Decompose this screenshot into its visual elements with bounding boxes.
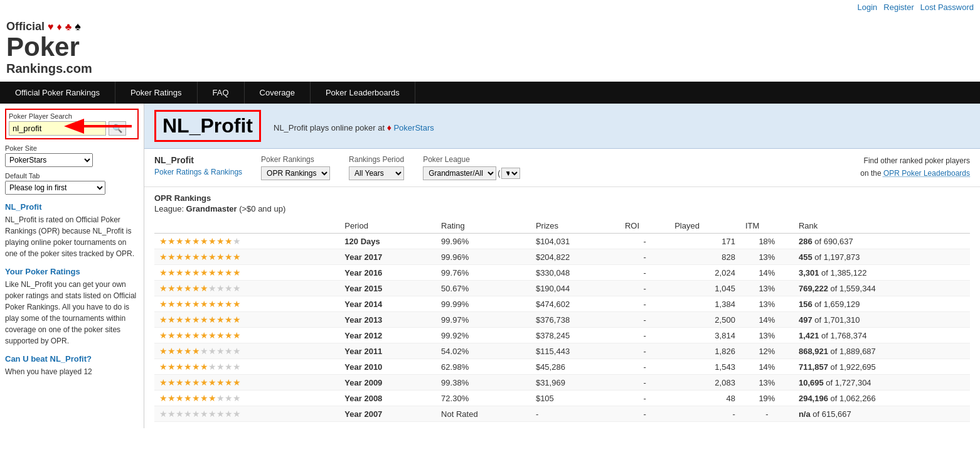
played-cell: 48	[669, 391, 740, 406]
poker-league-row: Grandmaster/All ( ▼	[423, 166, 520, 180]
main-layout: Poker Player Search 🔍 Poker Site PokerSt…	[0, 104, 980, 428]
played-cell: 1,384	[669, 296, 740, 312]
roi-cell: -	[620, 281, 669, 296]
col-header-5: Played	[669, 219, 740, 234]
period-cell: Year 2010	[339, 359, 436, 375]
pokerstars-link[interactable]: PokerStars	[393, 123, 434, 132]
logo-rankings: Rankings.com	[6, 60, 92, 77]
prizes-cell: $115,443	[531, 343, 620, 359]
poker-site-select[interactable]: PokerStars	[5, 153, 93, 167]
table-row: ★★★★★★★★★★Year 201299.92%$378,245-3,8141…	[154, 328, 970, 343]
rating-cell: 50.67%	[436, 281, 531, 296]
player-section-title: NL_Profit	[5, 202, 139, 212]
rating-cell: 99.96%	[436, 249, 531, 265]
played-cell: 2,024	[669, 265, 740, 281]
period-cell: Year 2011	[339, 343, 436, 359]
nav-item-official-poker-rankings[interactable]: Official Poker Rankings	[0, 82, 115, 104]
league-paren-open: (	[498, 169, 500, 178]
period-cell: Year 2009	[339, 375, 436, 391]
ratings-section-title: Your Poker Ratings	[5, 267, 139, 276]
col-header-7: Rank	[794, 219, 970, 234]
itm-cell: 13%	[740, 296, 794, 312]
itm-cell: 19%	[740, 391, 794, 406]
league-sub-select[interactable]: ▼	[501, 168, 520, 179]
poker-rankings-label: Poker Rankings	[261, 155, 330, 164]
table-row: ★★★★★★★★★★Year 2007Not Rated----n/a of 6…	[154, 406, 970, 422]
player-name-group: NL_Profit Poker Ratings & Rankings	[154, 155, 242, 176]
player-description: NL_Profit is rated on Official Poker Ran…	[5, 214, 139, 259]
poker-league-group: Poker League Grandmaster/All ( ▼	[423, 155, 520, 180]
rank-cell: 10,695 of 1,727,304	[794, 375, 970, 391]
logo-poker: Poker	[6, 34, 92, 60]
stars-cell: ★★★★★★★★★★	[154, 265, 339, 281]
player-info: NL_Profit plays online poker at ♦ PokerS…	[274, 120, 434, 132]
roi-cell: -	[620, 359, 669, 375]
rating-cell: 99.96%	[436, 234, 531, 249]
default-tab-label: Default Tab	[5, 172, 139, 180]
rank-cell: 294,196 of 1,062,266	[794, 391, 970, 406]
played-cell: 1,543	[669, 359, 740, 375]
table-area: OPR Rankings League: Grandmaster (>$0 an…	[144, 187, 980, 428]
nav-bar: Official Poker Rankings Poker Ratings FA…	[0, 82, 980, 104]
prizes-cell: $45,286	[531, 359, 620, 375]
stars-cell: ★★★★★★★★★★	[154, 359, 339, 375]
roi-cell: -	[620, 328, 669, 343]
period-cell: Year 2007	[339, 406, 436, 422]
opr-leaderboards-link[interactable]: OPR Poker Leaderboards	[883, 169, 970, 178]
played-cell: 2,083	[669, 375, 740, 391]
logo: Official ♥ ♦ ♣ ♠ Poker Rankings.com	[6, 19, 92, 77]
login-link[interactable]: Login	[858, 3, 878, 12]
nav-item-poker-leaderboards[interactable]: Poker Leaderboards	[311, 82, 415, 104]
itm-cell: 13%	[740, 281, 794, 296]
played-cell: 3,814	[669, 328, 740, 343]
poker-league-select[interactable]: Grandmaster/All	[423, 166, 496, 180]
suit-diamonds: ♦	[57, 21, 62, 32]
nav-item-faq[interactable]: FAQ	[198, 82, 245, 104]
default-tab-select[interactable]: Please log in first	[5, 181, 105, 195]
col-header-2: Rating	[436, 219, 531, 234]
prizes-cell: -	[531, 406, 620, 422]
table-row: ★★★★★★★★★★Year 201399.97%$376,738-2,5001…	[154, 312, 970, 328]
table-row: ★★★★★★★★★★Year 201699.76%$330,048-2,0241…	[154, 265, 970, 281]
prizes-cell: $190,044	[531, 281, 620, 296]
itm-cell: -	[740, 406, 794, 422]
rank-cell: 1,421 of 1,768,374	[794, 328, 970, 343]
rankings-controls: NL_Profit Poker Ratings & Rankings Poker…	[144, 149, 980, 187]
rankings-period-select[interactable]: All Years	[349, 166, 404, 180]
poker-rankings-select[interactable]: OPR Rankings	[261, 166, 330, 180]
prizes-cell: $204,822	[531, 249, 620, 265]
ratings-description: Like NL_Profit you can get your own poke…	[5, 279, 139, 347]
period-cell: Year 2013	[339, 312, 436, 328]
rank-cell: 497 of 1,701,310	[794, 312, 970, 328]
stars-cell: ★★★★★★★★★★	[154, 312, 339, 328]
rating-cell: 99.97%	[436, 312, 531, 328]
period-cell: Year 2015	[339, 281, 436, 296]
register-link[interactable]: Register	[883, 3, 913, 12]
itm-cell: 18%	[740, 234, 794, 249]
rankings-table: PeriodRatingPrizesROIPlayedITMRank ★★★★★…	[154, 219, 970, 422]
poker-rankings-group: Poker Rankings OPR Rankings	[261, 155, 330, 180]
period-cell: Year 2014	[339, 296, 436, 312]
col-header-3: Prizes	[531, 219, 620, 234]
can-beat-title: Can U beat NL_Profit?	[5, 354, 139, 364]
table-row: ★★★★★★★★★★Year 200872.30%$105-4819%294,1…	[154, 391, 970, 406]
rank-cell: 868,921 of 1,889,687	[794, 343, 970, 359]
player-plays-text: NL_Profit plays online poker at ♦ PokerS…	[274, 122, 434, 132]
played-cell: 1,826	[669, 343, 740, 359]
opr-title: OPR Rankings	[154, 193, 970, 203]
period-cell: Year 2012	[339, 328, 436, 343]
nav-item-coverage[interactable]: Coverage	[245, 82, 311, 104]
sidebar: Poker Player Search 🔍 Poker Site PokerSt…	[0, 104, 144, 428]
rankings-period-group: Rankings Period All Years	[349, 155, 404, 180]
rank-cell: n/a of 615,667	[794, 406, 970, 422]
rating-cell: Not Rated	[436, 406, 531, 422]
period-cell: Year 2017	[339, 249, 436, 265]
nav-item-poker-ratings[interactable]: Poker Ratings	[115, 82, 198, 104]
player-name-container: NL_Profit	[154, 110, 261, 142]
suit-spades: ♠	[75, 20, 81, 33]
lost-password-link[interactable]: Lost Password	[920, 3, 974, 12]
col-header-0	[154, 219, 339, 234]
find-players-text: Find other ranked poker players on the O…	[539, 155, 970, 179]
period-cell: Year 2016	[339, 265, 436, 281]
roi-cell: -	[620, 391, 669, 406]
